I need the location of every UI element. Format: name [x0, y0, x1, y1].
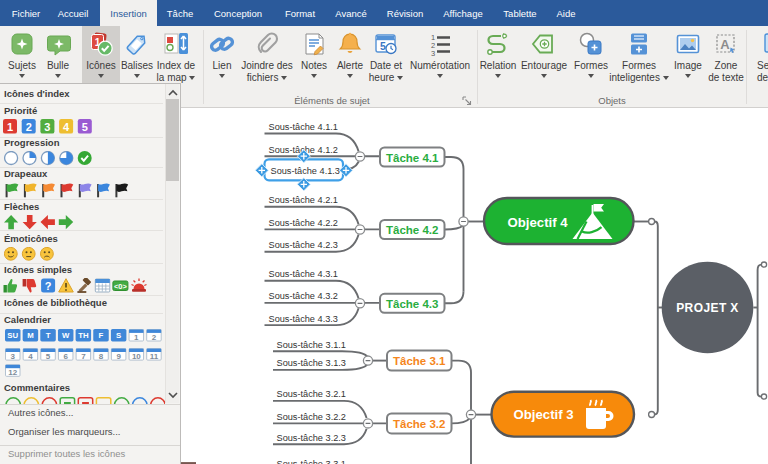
svg-text:Sous-tâche 4.2.3: Sous-tâche 4.2.3 — [269, 240, 338, 250]
svg-text:Sous-tâche 4.2.2: Sous-tâche 4.2.2 — [269, 218, 338, 228]
svg-text:Sous-tâche 4.3.3: Sous-tâche 4.3.3 — [269, 314, 338, 324]
svg-text:Sous-tâche 4.1.1: Sous-tâche 4.1.1 — [269, 122, 338, 132]
svg-text:Tâche 4.1: Tâche 4.1 — [386, 152, 439, 164]
svg-text:Tâche 3.2: Tâche 3.2 — [393, 418, 445, 430]
svg-text:10: 10 — [132, 352, 141, 361]
svg-text:Sous-tâche 3.1.3: Sous-tâche 3.1.3 — [277, 358, 346, 368]
svg-text:3: 3 — [45, 120, 51, 132]
svg-text:TH: TH — [78, 331, 89, 340]
svg-text:Sous-tâche 4.3.2: Sous-tâche 4.3.2 — [269, 291, 338, 301]
svg-text:4: 4 — [63, 120, 70, 132]
svg-text:1: 1 — [134, 333, 139, 342]
svg-text:Sous-tâche 4.3.1: Sous-tâche 4.3.1 — [269, 269, 338, 279]
svg-text:4: 4 — [28, 352, 33, 361]
svg-text:?: ? — [45, 280, 52, 292]
svg-text:5: 5 — [46, 352, 51, 361]
svg-text:Sous-tâche 3.2.3: Sous-tâche 3.2.3 — [277, 433, 346, 443]
svg-text:Sous-tâche 3.2.1: Sous-tâche 3.2.1 — [277, 389, 346, 399]
svg-text:Sous-tâche 4.1.3: Sous-tâche 4.1.3 — [271, 166, 340, 176]
svg-text:Sous-tâche 3.3.1: Sous-tâche 3.3.1 — [277, 459, 346, 464]
svg-text:6: 6 — [63, 352, 68, 361]
svg-text:5: 5 — [82, 120, 88, 132]
svg-text:Tâche 4.2: Tâche 4.2 — [386, 224, 438, 236]
svg-text:2: 2 — [26, 120, 32, 132]
svg-text:PROJET X: PROJET X — [676, 301, 739, 315]
svg-text:Objectif 3: Objectif 3 — [514, 407, 574, 422]
svg-text:12: 12 — [8, 368, 17, 377]
svg-text:Sous-tâche 3.1.1: Sous-tâche 3.1.1 — [277, 340, 346, 350]
svg-text:7: 7 — [81, 352, 86, 361]
svg-text:<0>: <0> — [114, 282, 128, 291]
svg-text:8: 8 — [99, 352, 104, 361]
svg-text:3: 3 — [10, 352, 15, 361]
svg-text:Sous-tâche 3.2.2: Sous-tâche 3.2.2 — [277, 412, 346, 422]
svg-text:Tâche 3.1: Tâche 3.1 — [393, 355, 446, 367]
svg-text:9: 9 — [116, 352, 121, 361]
svg-text:F: F — [99, 331, 104, 340]
svg-text:M: M — [27, 331, 34, 340]
svg-text:Objectif 4: Objectif 4 — [508, 215, 569, 230]
svg-text:1: 1 — [7, 120, 13, 132]
svg-text:Tâche 4.3: Tâche 4.3 — [386, 298, 438, 310]
svg-text:11: 11 — [150, 352, 159, 361]
svg-text:2: 2 — [152, 333, 157, 342]
svg-text:SU: SU — [7, 331, 18, 340]
svg-text:S: S — [116, 331, 121, 340]
svg-text:W: W — [62, 331, 70, 340]
svg-text:Sous-tâche 4.2.1: Sous-tâche 4.2.1 — [269, 195, 338, 205]
svg-text:T: T — [46, 331, 51, 340]
